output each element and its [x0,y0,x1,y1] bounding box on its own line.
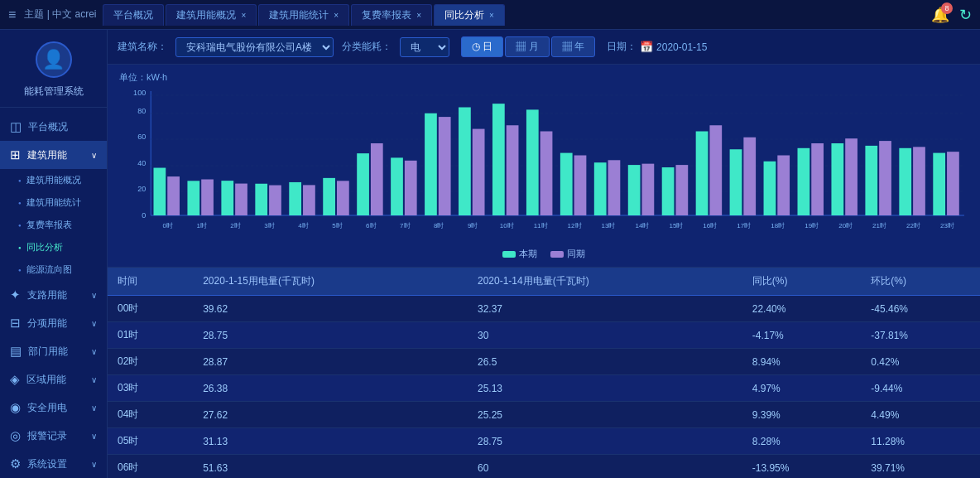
svg-text:40: 40 [137,159,146,167]
top-tab-建筑用能概况[interactable]: 建筑用能概况× [166,4,257,26]
system-name: 能耗管理系统 [24,84,84,99]
avatar: 👤 [36,41,72,78]
chart-canvas: 0 20 40 60 80 100 0时1时2时3时4时5时6时7时8时9时10… [119,87,968,244]
sidebar-icon-8: ⚙ [10,456,21,471]
cell-mom: -37.81% [861,322,980,349]
cell-yoy: -4.17% [742,322,862,349]
close-tab-icon[interactable]: × [241,11,246,20]
bar-prev-9 [473,129,485,215]
bar-current-11 [526,109,539,215]
chevron-icon-8: ∨ [91,460,97,469]
cell-mom: -45.46% [861,296,980,322]
sidebar-label-5: 区域用能 [26,373,66,387]
sidebar-item-5[interactable]: ◈ 区域用能 ∨ [0,365,107,394]
bar-prev-1 [201,180,214,216]
bar-current-15 [662,167,675,215]
sidebar-label-6: 安全用电 [27,401,67,415]
chevron-icon-7: ∨ [91,432,97,441]
building-select[interactable]: 安科瑞电气股份有限公司A楼 [175,37,334,57]
col-curr: 2020-1-15用电量(千瓦时) [193,268,468,296]
sidebar-item-2[interactable]: ✦ 支路用能 ∨ [0,281,107,309]
sidebar-item-1[interactable]: ⊞ 建筑用能 ∨ [0,141,107,169]
cell-yoy: 9.39% [742,402,862,428]
bar-current-4 [289,182,301,215]
cell-time: 05时 [108,428,193,455]
cell-mom: -9.44% [861,375,980,402]
cell-time: 00时 [108,296,193,322]
sub-item-1-3[interactable]: 同比分析 [0,236,107,258]
sidebar-item-0[interactable]: ◫ 平台概况 [0,113,107,141]
top-bar-title: 主题 | 中文 acrei [24,7,96,22]
cell-mom: 11.28% [861,428,980,455]
chevron-icon-4: ∨ [91,347,97,356]
menu-icon[interactable]: ≡ [8,7,16,22]
cell-mom: 39.71% [861,455,980,479]
sidebar-item-8[interactable]: ⚙ 系统设置 ∨ [0,450,107,478]
x-label-13: 13时 [602,222,616,229]
cell-time: 06时 [108,455,193,479]
top-tab-复费率报表[interactable]: 复费率报表× [351,4,432,26]
sub-item-1-0[interactable]: 建筑用能概况 [0,169,107,191]
table-row: 05时31.1328.758.28%11.28% [108,428,980,455]
category-select[interactable]: 电 [400,37,449,57]
chevron-icon-6: ∨ [91,403,97,413]
x-label-19: 19时 [805,222,819,229]
table-row: 04时27.6225.259.39%4.49% [108,402,980,428]
sidebar-icon-4: ▤ [10,344,22,359]
sub-item-1-2[interactable]: 复费率报表 [0,214,107,236]
bell-icon[interactable]: 🔔 8 [931,6,949,24]
bar-prev-23 [947,152,959,215]
sidebar-item-3[interactable]: ⊟ 分项用能 ∨ [0,309,107,337]
category-label: 分类能耗： [342,40,392,54]
bar-current-8 [425,113,437,215]
top-tab-平台概况[interactable]: 平台概况 [103,4,164,26]
top-tab-同比分析[interactable]: 同比分析× [434,4,505,26]
main-content: 建筑名称： 安科瑞电气股份有限公司A楼 分类能耗： 电 ◷ 日 ▦ 月 ▦ 年 … [108,30,980,478]
sidebar-item-7[interactable]: ◎ 报警记录 ∨ [0,422,107,450]
cell-time: 01时 [108,322,193,349]
cell-prev: 25.25 [468,402,742,428]
table-row: 01时28.7530-4.17%-37.81% [108,322,980,349]
x-label-17: 17时 [737,222,751,229]
x-label-4: 4时 [298,222,309,229]
bar-prev-0 [167,176,180,215]
bar-prev-4 [303,185,315,215]
svg-text:20: 20 [137,185,146,193]
main-layout: 👤 能耗管理系统 ◫ 平台概况 ⊞ 建筑用能 ∨建筑用能概况建筑用能统计复费率报… [0,30,980,478]
cell-curr: 39.62 [193,296,468,322]
sub-item-1-1[interactable]: 建筑用能统计 [0,191,107,214]
filter-bar: 建筑名称： 安科瑞电气股份有限公司A楼 分类能耗： 电 ◷ 日 ▦ 月 ▦ 年 … [108,30,980,65]
bar-current-5 [323,178,335,215]
year-btn[interactable]: ▦ 年 [551,36,595,57]
user-icon: 👤 [42,49,65,70]
chevron-icon-1: ∨ [91,151,97,160]
x-label-12: 12时 [568,222,582,229]
top-tab-建筑用能统计[interactable]: 建筑用能统计× [258,4,349,26]
bar-prev-10 [507,125,519,215]
sidebar-label-7: 报警记录 [27,429,67,443]
x-label-3: 3时 [264,222,275,229]
month-btn[interactable]: ▦ 月 [505,36,549,57]
bar-current-19 [798,148,810,215]
sidebar-item-4[interactable]: ▤ 部门用能 ∨ [0,337,107,365]
cell-time: 04时 [108,402,193,428]
sidebar-icon-2: ✦ [10,287,21,302]
bar-prev-15 [675,165,688,215]
x-label-16: 16时 [703,222,717,229]
close-tab-icon[interactable]: × [416,11,421,20]
clock-btn[interactable]: ◷ 日 [461,36,503,57]
top-bar-icons: 🔔 8 ↻ [931,6,972,24]
sub-item-1-4[interactable]: 能源流向图 [0,258,107,281]
sidebar-label-0: 平台概况 [28,120,68,134]
refresh-icon[interactable]: ↻ [959,6,972,24]
sidebar-item-6[interactable]: ◉ 安全用电 ∨ [0,394,107,422]
cell-curr: 27.62 [193,402,468,428]
chevron-icon-2: ∨ [91,291,97,300]
bar-chart: 0 20 40 60 80 100 0时1时2时3时4时5时6时7时8时9时10… [119,87,968,236]
close-tab-icon[interactable]: × [334,11,339,20]
cell-yoy: 22.40% [742,296,862,322]
close-tab-icon[interactable]: × [489,11,494,20]
x-label-10: 10时 [500,222,514,229]
bar-prev-12 [574,156,587,216]
x-label-0: 0时 [162,222,173,229]
